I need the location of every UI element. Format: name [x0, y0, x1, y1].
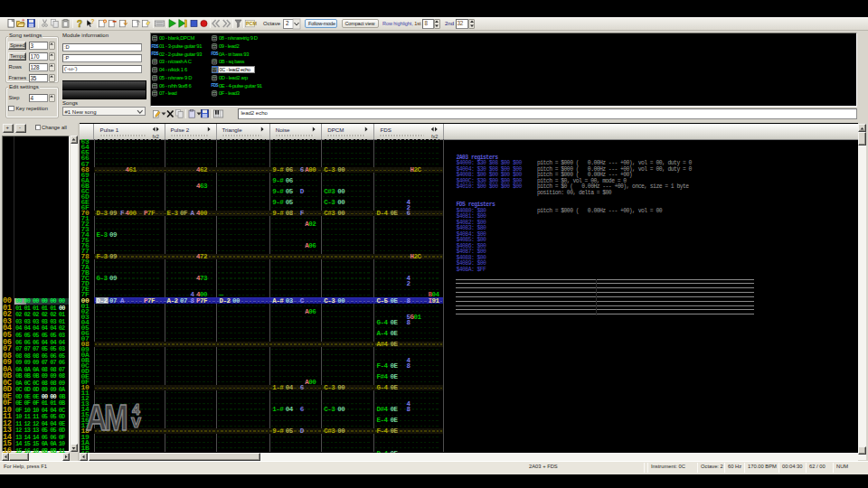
svg-text:?: ? [77, 19, 82, 29]
svg-text:PCM: PCM [246, 21, 257, 26]
svg-text:?: ? [91, 18, 95, 24]
